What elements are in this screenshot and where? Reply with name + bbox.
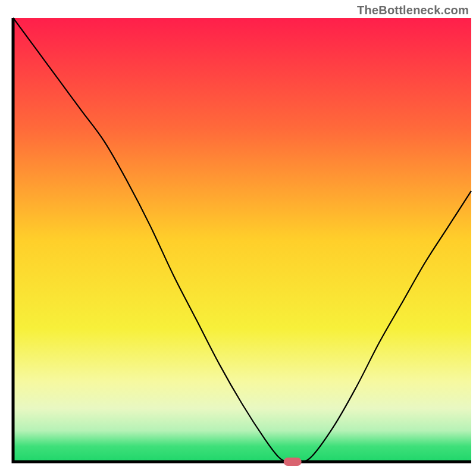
plot-background (13, 18, 471, 462)
watermark-text: TheBottleneck.com (357, 4, 469, 17)
chart-container: TheBottleneck.com (0, 0, 476, 476)
optimum-marker (284, 458, 302, 466)
bottleneck-chart (0, 0, 476, 476)
